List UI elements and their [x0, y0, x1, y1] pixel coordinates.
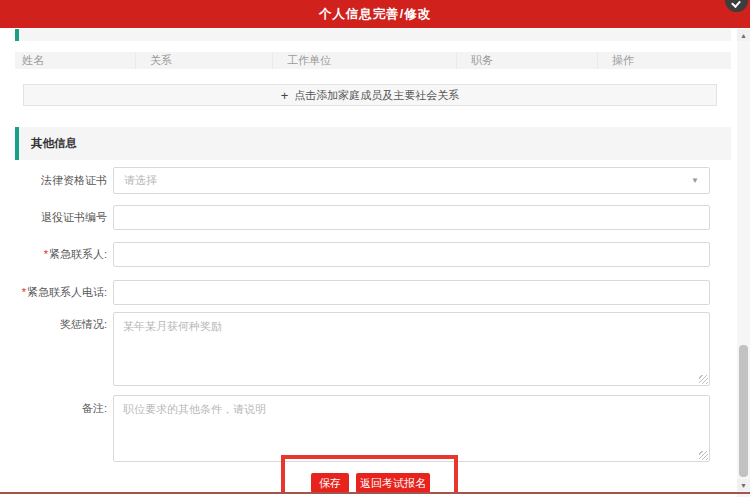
column-header-workunit: 工作单位 — [273, 52, 457, 69]
page-title: 个人信息完善/修改 — [0, 0, 750, 28]
rewards-field — [113, 312, 710, 386]
required-asterisk: * — [22, 286, 26, 298]
scrollbar-thumb[interactable] — [739, 345, 748, 477]
legal-cert-label: 法律资格证书 — [0, 167, 107, 194]
add-family-member-button[interactable]: + 点击添加家庭成员及主要社会关系 — [23, 84, 717, 106]
legal-cert-select[interactable]: 请选择 ▼ — [113, 167, 710, 194]
family-section-stub — [15, 29, 731, 41]
save-button[interactable]: 保存 — [311, 473, 349, 493]
column-header-name: 姓名 — [15, 52, 136, 69]
emergency-contact-input[interactable] — [113, 242, 710, 267]
column-header-relation: 关系 — [136, 52, 273, 69]
column-header-operation: 操作 — [598, 52, 731, 69]
chevron-down-icon: ▼ — [691, 168, 699, 193]
legal-cert-selected-value: 请选择 — [124, 174, 157, 186]
title-bar: 个人信息完善/修改 — [0, 0, 750, 28]
veteran-cert-label: 退役证书编号 — [0, 205, 107, 230]
remarks-label: 备注: — [0, 401, 107, 415]
family-table-header: 姓名 关系 工作单位 职务 操作 — [15, 52, 731, 69]
remarks-field — [113, 395, 710, 462]
resize-handle[interactable] — [699, 375, 708, 384]
emergency-contact-label: *紧急联系人: — [0, 242, 107, 267]
personal-info-page: 个人信息完善/修改 姓名 关系 工作单位 职务 操作 + 点击添加家庭成员及主要… — [0, 0, 750, 497]
required-asterisk: * — [44, 248, 48, 260]
remarks-textarea[interactable] — [113, 395, 710, 462]
arrow-glyph-icon — [731, 0, 741, 8]
veteran-cert-input[interactable] — [113, 205, 710, 230]
emergency-phone-input[interactable] — [113, 280, 710, 305]
plus-icon: + — [281, 88, 289, 103]
scroll-down-button[interactable]: ▼ — [737, 479, 750, 491]
emergency-phone-label: *紧急联系人电话: — [0, 280, 107, 305]
back-to-exam-registration-button[interactable]: 返回考试报名 — [356, 473, 430, 493]
add-family-member-label: 点击添加家庭成员及主要社会关系 — [294, 88, 459, 103]
section-header-other-info: 其他信息 — [15, 127, 731, 160]
section-title: 其他信息 — [31, 137, 77, 149]
resize-handle[interactable] — [699, 451, 708, 460]
scroll-up-button[interactable]: ▲ — [737, 29, 750, 41]
rewards-textarea[interactable] — [113, 312, 710, 386]
column-header-position: 职务 — [457, 52, 598, 69]
bottom-red-line — [0, 492, 750, 494]
rewards-label: 奖惩情况: — [0, 317, 107, 331]
